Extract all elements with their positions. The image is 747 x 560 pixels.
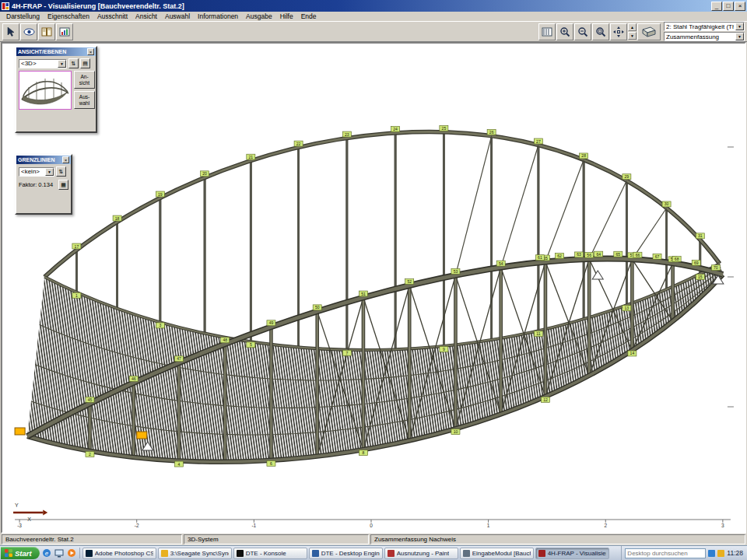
grenzlinien-spin-button[interactable]: ⇅	[56, 166, 66, 177]
internet-explorer-icon[interactable]: e	[41, 548, 52, 558]
view-spin-button[interactable]: ⇅	[68, 58, 79, 68]
menu-item-hilfe[interactable]: Hilfe	[276, 12, 297, 20]
taskbar-task-button[interactable]: DTE - Konsole	[233, 548, 307, 559]
desktop-search-input[interactable]	[625, 548, 706, 558]
svg-text:46: 46	[132, 376, 136, 381]
taskbar-task-button[interactable]: 4H-FRAP - Visualisier...	[535, 548, 609, 559]
svg-text:62: 62	[557, 254, 562, 258]
perspective-button[interactable]	[637, 23, 661, 40]
close-icon[interactable]: ×	[62, 156, 69, 163]
grenzlinien-panel[interactable]: GRENZLINIEN × <kein> ▼ ⇅ Faktor: 0.134 ▦	[15, 154, 72, 215]
show-desktop-icon[interactable]	[54, 548, 65, 558]
svg-text:25: 25	[442, 126, 447, 131]
taskbar-task-button[interactable]: 3:\Seagate Sync\SyncRe...	[158, 548, 232, 559]
dropdown-arrow-icon[interactable]: ▼	[735, 33, 744, 40]
taskbar-task-button[interactable]: EingabeModul [Bauchve...	[460, 548, 534, 559]
status-result: Zusammenfassung Nachweis	[370, 534, 745, 544]
task-app-icon	[463, 550, 470, 557]
element-label: 20	[201, 171, 209, 177]
taskbar-task-button[interactable]: DTE - Desktop Engineeri...	[309, 548, 383, 559]
window-title: 4H-FRAP - Visualisierung [Bauchveerendel…	[12, 2, 709, 10]
svg-text:8: 8	[363, 450, 365, 455]
taskbar-task-button[interactable]: Adobe Photoshop CS3 E...	[82, 548, 156, 559]
close-button[interactable]: ×	[735, 2, 745, 11]
element-label: 28	[580, 153, 588, 159]
task-label: DTE - Konsole	[246, 550, 286, 557]
view-select[interactable]: <3D> ▼	[19, 59, 67, 68]
taskbar-clock[interactable]: 11:28	[727, 549, 743, 557]
close-icon[interactable]: ×	[87, 48, 94, 55]
svg-text:69: 69	[694, 261, 699, 265]
svg-text:50: 50	[315, 305, 320, 310]
auswahl-button[interactable]: Aus- wahl	[74, 91, 95, 109]
taskbar-task-button[interactable]: Ausnutzung - Paint	[384, 548, 458, 559]
viewport-thumbnail[interactable]	[19, 71, 72, 110]
zoom-out-button[interactable]	[574, 23, 591, 40]
grenzlinien-panel-titlebar[interactable]: GRENZLINIEN ×	[16, 156, 71, 164]
element-label: 12	[541, 397, 549, 402]
element-label: 4	[174, 461, 183, 467]
ergebnis-select[interactable]: Zusammenfassung ▼	[664, 32, 745, 41]
results-chart-button[interactable]	[56, 23, 73, 40]
element-label: 19	[156, 191, 164, 197]
selection-pointer-button[interactable]	[2, 23, 19, 40]
faktor-edit-button[interactable]: ▦	[58, 180, 68, 190]
task-label: Adobe Photoshop CS3 E...	[95, 550, 153, 557]
element-label: 63	[575, 252, 584, 257]
element-label: 14	[628, 351, 637, 356]
dropdown-arrow-icon[interactable]: ▼	[735, 23, 744, 30]
task-app-icon	[161, 550, 168, 557]
visibility-button[interactable]	[20, 23, 37, 40]
svg-text:45: 45	[88, 397, 93, 402]
element-label: 11	[534, 331, 542, 337]
grenzlinien-select[interactable]: <kein> ▼	[19, 167, 54, 177]
spin-up-button[interactable]: ▲	[628, 23, 637, 31]
menu-item-informationen[interactable]: Informationen	[194, 12, 242, 20]
nachweis-select[interactable]: 2: Stahl Tragfähigkeit (Th. 2. O ▼	[664, 22, 745, 31]
zoom-window-button[interactable]	[592, 23, 609, 40]
svg-text:5: 5	[250, 342, 252, 347]
menu-item-ansicht[interactable]: Ansicht	[132, 12, 161, 20]
zoom-in-button[interactable]	[556, 23, 573, 40]
model-view[interactable]: 1718192021222324252627282930314546474849…	[2, 44, 745, 532]
ansicht-button[interactable]: An- sicht	[74, 71, 95, 89]
svg-text:29: 29	[625, 174, 630, 179]
ansicht-ebenen-panel[interactable]: ANSICHT/EBENEN × <3D> ▼ ⇅ ▤	[15, 46, 97, 133]
menu-item-auswahl[interactable]: Auswahl	[161, 12, 194, 20]
task-app-icon	[388, 550, 395, 557]
minimize-button[interactable]: _	[711, 2, 722, 11]
menu-item-ausschnitt[interactable]: Ausschnitt	[93, 12, 132, 20]
svg-text:15: 15	[698, 275, 703, 279]
pan-button[interactable]	[610, 23, 627, 40]
menu-item-ende[interactable]: Ende	[297, 12, 321, 20]
status-bar: Bauchveerendeltr. Stat.2 3D-System Zusam…	[0, 534, 747, 545]
dropdown-arrow-icon[interactable]: ▼	[58, 60, 66, 68]
ansicht-panel-titlebar[interactable]: ANSICHT/EBENEN ×	[16, 47, 96, 56]
element-label: 6	[267, 460, 275, 466]
spin-down-button[interactable]: ▼	[628, 32, 637, 40]
restore-button[interactable]: □	[723, 2, 734, 11]
menu-item-darstellung[interactable]: Darstellung	[2, 12, 44, 20]
svg-text:66: 66	[636, 253, 640, 257]
start-button[interactable]: Start	[1, 547, 40, 559]
media-player-icon[interactable]	[66, 548, 77, 558]
svg-text:20: 20	[202, 171, 207, 176]
properties-book-button[interactable]	[38, 23, 55, 40]
svg-text:27: 27	[536, 139, 541, 144]
menu-bar: DarstellungEigenschaftenAusschnittAnsich…	[0, 12, 747, 21]
tray-network-icon[interactable]	[708, 550, 715, 557]
svg-text:17: 17	[75, 244, 79, 249]
faktor-label: Faktor:	[19, 181, 37, 188]
tray-update-icon[interactable]	[717, 550, 724, 557]
dropdown-arrow-icon[interactable]: ▼	[45, 168, 54, 176]
element-label: 56	[585, 252, 594, 257]
render-mode-icon	[542, 27, 552, 37]
display-mode-button[interactable]	[538, 23, 556, 40]
element-label: 2	[86, 451, 94, 457]
element-label: 24	[391, 126, 400, 131]
layers-button[interactable]: ▤	[80, 58, 90, 68]
menu-item-ausgabe[interactable]: Ausgabe	[242, 12, 276, 20]
task-label: EingabeModul [Bauchve...	[472, 550, 531, 557]
menu-item-eigenschaften[interactable]: Eigenschaften	[44, 12, 93, 20]
canvas-area[interactable]: 1718192021222324252627282930314546474849…	[1, 42, 746, 534]
